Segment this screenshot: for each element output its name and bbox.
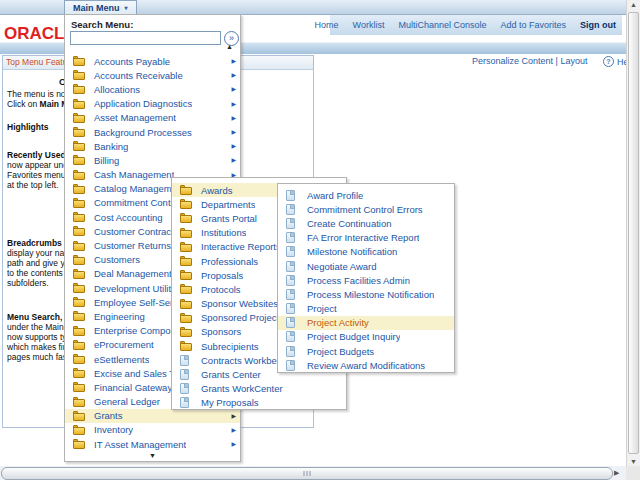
menu-item-process-facilities-admin[interactable]: Process Facilities Admin	[278, 273, 454, 287]
horizontal-scrollbar[interactable]: ▶	[0, 466, 626, 480]
pagelet-title-fragment: O	[7, 77, 69, 87]
menu-item-it-asset-management[interactable]: IT Asset Management ▶	[65, 437, 240, 451]
scrollbar-corner	[626, 466, 640, 480]
menu-item-commitment-control-errors[interactable]: Commitment Control Errors	[278, 202, 454, 216]
submenu-arrow-icon: ▶	[231, 427, 236, 433]
page-icon	[286, 346, 295, 357]
utility-links-band: Home Worklist MultiChannel Console Add t…	[330, 14, 622, 35]
menu-item-background-processes[interactable]: Background Processes ▶	[65, 125, 240, 139]
menu-item-my-proposals[interactable]: My Proposals	[172, 396, 346, 410]
menu-item-negotiate-award[interactable]: Negotiate Award	[278, 259, 454, 273]
layout-link[interactable]: Layout	[560, 56, 587, 66]
menu-item-project[interactable]: Project	[278, 302, 454, 316]
pagelet-text-line: to the contents of	[7, 268, 69, 278]
worklist-link[interactable]: Worklist	[353, 20, 385, 30]
search-menu-label: Search Menu:	[71, 19, 133, 30]
folder-icon	[180, 284, 192, 294]
folder-icon	[180, 270, 192, 280]
folder-icon	[180, 299, 192, 309]
pagelet-text: The menu is nowClick on Main MenuHighlig…	[7, 89, 69, 362]
folder-icon	[73, 397, 85, 407]
menu-level3-list: Award Profile Commitment Control Errors …	[278, 188, 454, 372]
folder-icon	[73, 439, 85, 449]
folder-icon	[73, 84, 85, 94]
horizontal-scrollbar-thumb[interactable]	[1, 467, 613, 480]
menu-item-allocations[interactable]: Allocations ▶	[65, 82, 240, 96]
scrollbar-grip	[304, 471, 311, 476]
menu-item-project-budget-inquiry[interactable]: Project Budget Inquiry	[278, 330, 454, 344]
scrollbar-up-arrow-icon[interactable]: ▲	[627, 1, 640, 8]
main-menu-label: Main Menu	[73, 3, 120, 13]
menu-item-award-profile[interactable]: Award Profile	[278, 188, 454, 202]
sign-out-link[interactable]: Sign out	[580, 20, 616, 30]
menu-item-project-budgets[interactable]: Project Budgets	[278, 344, 454, 358]
home-link[interactable]: Home	[315, 20, 339, 30]
main-menu-button[interactable]: Main Menu ▾	[64, 0, 137, 15]
menu-scroll-up-icon[interactable]: ▲	[226, 43, 233, 50]
page-icon	[286, 303, 295, 314]
personalize-links: Personalize Content | Layout	[472, 56, 587, 66]
folder-icon	[73, 113, 85, 123]
menu-item-grants[interactable]: Grants ▶	[65, 409, 240, 423]
submenu-arrow-icon: ▶	[231, 143, 236, 149]
menu-item-fa-error-interactive-report[interactable]: FA Error Interactive Report	[278, 231, 454, 245]
page-icon	[286, 218, 295, 229]
personalize-content-link[interactable]: Personalize Content	[472, 56, 553, 66]
page-icon	[180, 383, 189, 394]
vertical-scrollbar[interactable]: ▲ ▼	[626, 0, 640, 466]
scrollbar-right-arrow-icon[interactable]: ▶	[614, 469, 619, 476]
folder-icon	[180, 341, 192, 351]
pagelet-text-line: at the top left.	[7, 180, 69, 190]
pagelet-text-line: The menu is now	[7, 89, 69, 99]
multichannel-console-link[interactable]: MultiChannel Console	[398, 20, 486, 30]
menu-item-grants-workcenter[interactable]: Grants WorkCenter	[172, 382, 346, 396]
menu-item-billing[interactable]: Billing ▶	[65, 153, 240, 167]
pagelet-text-line: now supports type	[7, 332, 69, 342]
menu-item-review-award-modifications[interactable]: Review Award Modifications	[278, 358, 454, 372]
folder-icon	[73, 340, 85, 350]
page-icon	[286, 204, 295, 215]
folder-icon	[73, 269, 85, 279]
pagelet-text-line: which makes finding	[7, 342, 69, 352]
menu-scroll-down-icon[interactable]: ▼	[149, 452, 156, 459]
scrollbar-down-arrow-icon[interactable]: ▼	[627, 458, 640, 465]
folder-icon	[73, 241, 85, 251]
folder-icon	[73, 326, 85, 336]
pagelet-text-line: now appear under	[7, 160, 69, 170]
folder-icon	[73, 56, 85, 66]
pagelet-text-line: under the Main	[7, 322, 69, 332]
folder-icon	[73, 127, 85, 137]
menu-item-accounts-payable[interactable]: Accounts Payable ▶	[65, 54, 240, 68]
page-icon	[286, 331, 295, 342]
folder-icon	[73, 184, 85, 194]
folder-icon	[73, 212, 85, 222]
folder-icon	[180, 199, 192, 209]
menu-item-create-continuation[interactable]: Create Continuation	[278, 216, 454, 230]
menu-item-process-milestone-notification[interactable]: Process Milestone Notification	[278, 287, 454, 301]
menu-item-milestone-notification[interactable]: Milestone Notification	[278, 245, 454, 259]
folder-icon	[73, 155, 85, 165]
folder-icon	[73, 226, 85, 236]
folder-icon	[180, 185, 192, 195]
submenu-arrow-icon: ▶	[231, 441, 236, 447]
peoplesoft-page: { "header": { "favorites_label": "Favori…	[0, 0, 640, 480]
folder-icon	[180, 242, 192, 252]
menu-item-inventory[interactable]: Inventory ▶	[65, 423, 240, 437]
pagelet-text-line: Favorites menu,	[7, 170, 69, 180]
pagelet-text-line: Recently Used	[7, 150, 69, 160]
folder-icon	[180, 327, 192, 337]
menu-item-asset-management[interactable]: Asset Management ▶	[65, 111, 240, 125]
page-icon	[180, 369, 189, 380]
folder-icon	[73, 99, 85, 109]
search-menu-input[interactable]	[70, 31, 221, 45]
add-to-favorites-link[interactable]: Add to Favorites	[500, 20, 566, 30]
folder-icon	[73, 425, 85, 435]
menu-item-accounts-receivable[interactable]: Accounts Receivable ▶	[65, 68, 240, 82]
help-icon: ?	[603, 56, 614, 67]
pagelet-text-line: pages much faster.	[7, 352, 69, 362]
page-icon	[286, 190, 295, 201]
vertical-scrollbar-thumb[interactable]	[628, 12, 639, 454]
menu-item-application-diagnostics[interactable]: Application Diagnostics ▶	[65, 97, 240, 111]
menu-item-project-activity[interactable]: Project Activity	[278, 316, 454, 330]
menu-item-banking[interactable]: Banking ▶	[65, 139, 240, 153]
